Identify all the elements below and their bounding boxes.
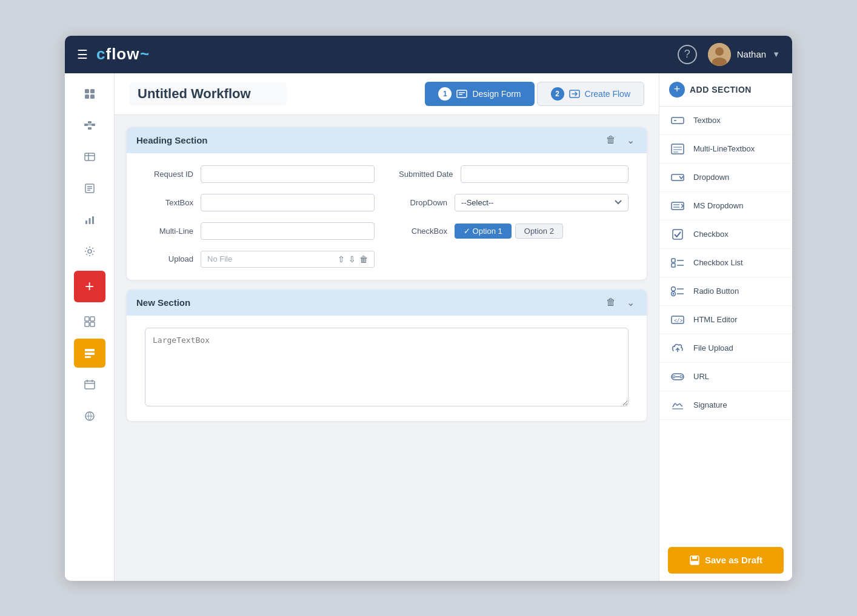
new-section-collapse-btn[interactable]: ⌄ [624, 296, 637, 310]
panel-item-html-editor[interactable]: </> HTML Editor [659, 306, 792, 334]
add-section-label: ADD SECTION [690, 85, 752, 94]
sidebar-item-connections[interactable] [74, 111, 105, 140]
svg-rect-31 [85, 356, 91, 358]
username-label: Nathan [737, 49, 766, 59]
form-area: Heading Section 🗑 ⌄ Request ID [115, 115, 659, 581]
dropdown-icon [669, 169, 686, 186]
sidebar-item-grid2[interactable] [74, 307, 105, 336]
help-button[interactable]: ? [678, 45, 697, 64]
request-id-input[interactable] [201, 165, 375, 183]
content-area: 1 Design Form 2 Create Flow Head [115, 73, 659, 581]
sidebar-item-dashboard[interactable] [74, 79, 105, 108]
logo: cflow~ [96, 45, 150, 64]
svg-rect-53 [672, 259, 675, 262]
file-upload-icon [669, 340, 686, 357]
panel-item-file-upload[interactable]: File Upload [659, 334, 792, 363]
panel-item-signature[interactable]: Signature [659, 391, 792, 420]
panel-item-checkbox-list-label: Checkbox List [693, 258, 743, 267]
textbox-input[interactable] [201, 194, 375, 211]
field-row-request-id: Request ID [145, 165, 375, 183]
avatar [708, 43, 731, 66]
heading-section-header: Heading Section 🗑 ⌄ [127, 127, 647, 153]
panel-item-ms-dropdown-label: MS Dropdown [693, 201, 743, 210]
textbox-icon [669, 112, 686, 129]
new-section-delete-btn[interactable]: 🗑 [604, 296, 618, 309]
panel-item-dropdown-label: Dropdown [693, 173, 729, 182]
panel-item-radio-button[interactable]: Radio Button [659, 277, 792, 306]
field-row-textbox: TextBox [145, 194, 375, 211]
panel-item-checkbox-list[interactable]: Checkbox List [659, 249, 792, 277]
svg-rect-7 [84, 124, 88, 126]
panel-item-textbox[interactable]: Textbox [659, 107, 792, 135]
svg-rect-52 [673, 230, 682, 239]
svg-rect-70 [692, 556, 697, 559]
tab-create-num: 2 [551, 87, 564, 101]
svg-point-24 [88, 250, 92, 253]
submitted-date-label: Submitted Date [399, 170, 453, 179]
svg-rect-71 [691, 561, 698, 565]
svg-rect-25 [85, 317, 89, 321]
sidebar-item-calendar[interactable] [74, 370, 105, 399]
panel-item-html-label: HTML Editor [693, 315, 737, 324]
panel-item-ms-dropdown[interactable]: MS Dropdown [659, 192, 792, 220]
svg-rect-26 [90, 317, 95, 321]
upload-down-btn[interactable]: ⇩ [348, 254, 356, 264]
large-textarea[interactable] [145, 328, 629, 406]
tab-design-form[interactable]: 1 Design Form [425, 82, 534, 106]
field-row-submitted-date: Submitted Date [399, 165, 629, 183]
sidebar-item-settings[interactable] [74, 237, 105, 266]
panel-item-dropdown[interactable]: Dropdown [659, 164, 792, 192]
heading-section-body: Request ID Submitted Date TextBox [127, 153, 647, 280]
svg-point-66 [673, 376, 675, 378]
dropdown-select[interactable]: --Select-- Option A Option B [455, 194, 629, 211]
new-section-header: New Section 🗑 ⌄ [127, 290, 647, 316]
html-editor-icon: </> [669, 311, 686, 328]
section-actions: 🗑 ⌄ [604, 133, 637, 147]
panel-item-url[interactable]: URL [659, 363, 792, 391]
textbox-label: TextBox [145, 198, 193, 207]
svg-rect-6 [90, 94, 95, 99]
svg-rect-10 [92, 124, 95, 126]
sidebar-add-button[interactable]: + [74, 271, 105, 302]
workflow-title-input[interactable] [129, 82, 287, 105]
panel-item-checkbox[interactable]: Checkbox [659, 220, 792, 249]
sidebar-item-reports[interactable] [74, 174, 105, 203]
svg-rect-42 [672, 118, 684, 124]
svg-text:</>: </> [674, 318, 683, 323]
add-section-plus-btn[interactable]: + [669, 82, 685, 98]
sidebar-item-integrations[interactable] [74, 402, 105, 431]
upload-label: Upload [145, 254, 193, 263]
panel-item-radio-label: Radio Button [693, 286, 739, 296]
user-menu[interactable]: Nathan ▼ [708, 43, 780, 66]
upload-up-btn[interactable]: ⇧ [338, 254, 345, 264]
save-as-draft-button[interactable]: Save as Draft [668, 547, 784, 574]
tab-design-label: Design Form [472, 89, 521, 99]
heading-fields-grid: Request ID Submitted Date TextBox [145, 165, 629, 268]
left-sidebar: + [65, 73, 115, 581]
checkbox-label: CheckBox [399, 227, 447, 236]
checkbox-option1[interactable]: ✓ Option 1 [455, 224, 512, 239]
svg-rect-3 [85, 89, 89, 93]
panel-item-multiline-textbox[interactable]: Multi-LineTextbox [659, 135, 792, 164]
multiline-input[interactable] [201, 222, 375, 240]
sidebar-item-forms[interactable] [74, 339, 105, 368]
user-chevron-icon: ▼ [772, 50, 780, 59]
heading-section-card: Heading Section 🗑 ⌄ Request ID [127, 127, 647, 280]
heading-section-delete-btn[interactable]: 🗑 [604, 133, 618, 147]
new-section-actions: 🗑 ⌄ [604, 296, 637, 310]
panel-item-multiline-label: Multi-LineTextbox [693, 144, 755, 153]
tab-create-flow[interactable]: 2 Create Flow [537, 82, 644, 106]
dropdown-label: DropDown [399, 198, 447, 207]
ms-dropdown-icon [669, 197, 686, 214]
sidebar-item-chart[interactable] [74, 205, 105, 234]
heading-section-collapse-btn[interactable]: ⌄ [624, 133, 637, 147]
checkbox-option2[interactable]: Option 2 [515, 224, 563, 239]
svg-rect-28 [90, 322, 95, 326]
hamburger-icon[interactable]: ☰ [77, 47, 88, 62]
submitted-date-input[interactable] [461, 165, 629, 183]
checkbox-icon [669, 226, 686, 243]
url-icon [669, 368, 686, 385]
upload-delete-btn[interactable]: 🗑 [359, 254, 368, 264]
field-row-checkbox: CheckBox ✓ Option 1 Option 2 [399, 222, 629, 240]
sidebar-item-table[interactable] [74, 142, 105, 171]
